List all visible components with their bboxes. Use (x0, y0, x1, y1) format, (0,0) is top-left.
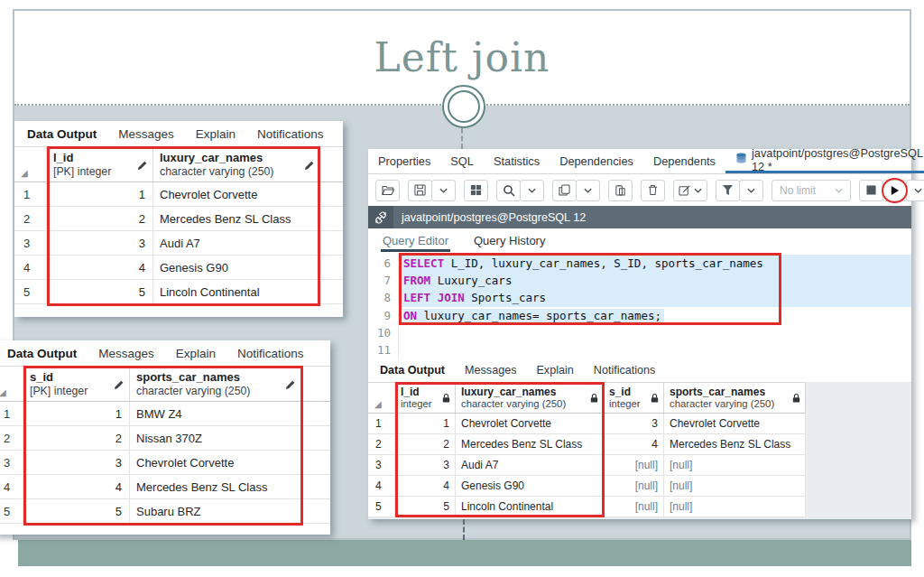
table-row[interactable]: 3 3 Audi A7 (14, 231, 343, 256)
corner-triangle-icon: ◢ (21, 169, 28, 178)
code-line: LEFT JOIN Sports_cars (399, 289, 911, 306)
delete-button[interactable] (641, 180, 665, 201)
circle-ornament (442, 85, 485, 128)
code-line (399, 341, 911, 358)
data-output-tab-bar: Data Output Messages Explain Notificatio… (14, 121, 343, 146)
data-output-tab-bar: Data Output Messages Explain Notificatio… (0, 340, 330, 366)
table-row[interactable]: 3 3 Audi A7 [null] [null] (368, 455, 806, 476)
database-icon (735, 153, 747, 167)
query-toolbar: No limit (368, 174, 911, 206)
tab-statistics[interactable]: Statistics (484, 149, 550, 173)
filter-button[interactable] (716, 180, 740, 201)
lock-icon (651, 391, 659, 407)
table-row[interactable]: 1 1 Chevrolet Corvette 3 Chevrolet Corve… (368, 414, 806, 434)
tab-notifications[interactable]: Notifications (594, 364, 656, 377)
cancel-query-button[interactable] (859, 180, 883, 201)
code-line: FROM Luxury_cars (399, 272, 911, 289)
column-header-l-id[interactable]: l_id integer (395, 383, 456, 413)
filter-menu-chevron[interactable] (739, 180, 763, 201)
tab-properties[interactable]: Properties (368, 149, 440, 173)
column-header-s-id[interactable]: s_id integer (604, 383, 664, 413)
pgadmin-query-tool-panel: Properties SQL Statistics Dependencies D… (368, 149, 911, 519)
table-header-row: ◢ s_id [PK] integer sports_car_names cha… (0, 366, 330, 402)
tab-sql[interactable]: SQL (440, 149, 484, 173)
tab-dependents[interactable]: Dependents (643, 149, 725, 173)
tab-explain[interactable]: Explain (536, 364, 573, 377)
tab-notifications[interactable]: Notifications (237, 347, 304, 360)
edit-menu-button[interactable] (673, 180, 707, 201)
column-header-luxury-car-names[interactable]: luxury_car_names character varying (250) (153, 147, 320, 181)
connection-status-bar: javatpoint/postgres@PostgreSQL 12 (368, 206, 911, 228)
find-button[interactable] (496, 180, 521, 201)
tab-data-output[interactable]: Data Output (27, 127, 97, 141)
find-menu-chevron[interactable] (520, 180, 544, 201)
table-row[interactable]: 1 1 Chevrolet Corvette (14, 182, 343, 207)
corner-triangle-icon: ◢ (374, 400, 382, 409)
tab-explain[interactable]: Explain (176, 347, 216, 360)
select-all-corner[interactable]: ◢ (14, 147, 47, 181)
column-header-s-id[interactable]: s_id [PK] integer (23, 367, 130, 401)
table-row[interactable]: 1 1 BMW Z4 (0, 402, 330, 426)
code-lines[interactable]: SELECT L_ID, luxury_car_names, S_ID, spo… (399, 253, 911, 358)
save-button[interactable] (408, 180, 432, 201)
tab-query-tool-connection[interactable]: javatpoint/postgres@PostgreSQL 12 * (725, 149, 924, 173)
tab-messages[interactable]: Messages (465, 364, 516, 377)
copy-menu-chevron[interactable] (576, 180, 600, 201)
connection-plug-icon[interactable] (368, 206, 393, 228)
connection-label: javatpoint/postgres@PostgreSQL 12 (402, 211, 586, 224)
column-header-sports-car-names[interactable]: sports_car_names character varying (250) (130, 367, 301, 401)
tab-messages[interactable]: Messages (118, 127, 174, 141)
column-header-luxury-car-names[interactable]: luxury_car_names character varying (250) (456, 383, 604, 413)
table-row[interactable]: 5 5 Subaru BRZ (0, 499, 330, 524)
tab-query-history[interactable]: Query History (474, 234, 545, 247)
table-row[interactable]: 5 5 Lincoln Continental (14, 280, 343, 304)
sql-editor[interactable]: 67 89 1011 SELECT L_ID, luxury_car_names… (368, 253, 911, 358)
editor-tab-bar: Query Editor Query History (368, 228, 911, 253)
select-all-corner[interactable]: ◢ (368, 383, 395, 413)
table-row[interactable]: 3 3 Chevrolet Corvette (0, 451, 330, 475)
paste-button[interactable] (608, 180, 633, 201)
tab-query-editor[interactable]: Query Editor (381, 230, 450, 252)
edit-pencil-icon[interactable] (285, 377, 295, 394)
tab-notifications[interactable]: Notifications (257, 127, 324, 141)
sports-cars-data-output-panel: Data Output Messages Explain Notificatio… (0, 340, 330, 535)
table-row[interactable]: 4 4 Genesis G90 [null] [null] (368, 476, 806, 497)
result-tab-bar: Data Output Messages Explain Notificatio… (368, 358, 911, 382)
open-file-button[interactable] (375, 180, 400, 201)
save-menu-chevron[interactable] (431, 180, 456, 201)
result-header-row: ◢ l_id integer luxury_car_names characte… (368, 382, 806, 414)
code-line: SELECT L_ID, luxury_car_names, S_ID, spo… (399, 255, 911, 272)
table-row[interactable]: 4 4 Mercedes Benz SL Class (0, 475, 330, 499)
table-header-row: ◢ l_id [PK] integer luxury_car_names cha… (14, 146, 343, 182)
line-number-gutter: 67 89 1011 (368, 253, 399, 358)
column-header-sports-car-names[interactable]: sports_car_names character varying (250) (664, 383, 806, 413)
copy-button[interactable] (552, 180, 577, 201)
tab-data-output[interactable]: Data Output (7, 347, 77, 360)
code-line (399, 324, 911, 341)
dashed-connector-bottom (463, 519, 465, 540)
execute-menu-chevron[interactable] (906, 180, 924, 201)
tab-dependencies[interactable]: Dependencies (550, 149, 643, 173)
edit-pencil-icon[interactable] (114, 377, 124, 394)
edit-pencil-icon[interactable] (137, 158, 147, 174)
edit-grid-button[interactable] (464, 180, 488, 201)
tab-messages[interactable]: Messages (98, 347, 154, 360)
pgadmin-tab-bar: Properties SQL Statistics Dependencies D… (368, 149, 911, 174)
table-row[interactable]: 2 2 Mercedes Benz SL Class 4 Mercedes Be… (368, 434, 806, 455)
corner-triangle-icon: ◢ (0, 388, 6, 397)
page-title: Left join (374, 34, 550, 80)
column-header-l-id[interactable]: l_id [PK] integer (47, 147, 153, 181)
select-all-corner[interactable]: ◢ (0, 367, 23, 401)
slide-canvas: Left join Data Output Messages Explain N… (0, 0, 924, 577)
edit-pencil-icon[interactable] (304, 158, 314, 174)
lock-icon (442, 391, 450, 407)
table-row[interactable]: 4 4 Genesis G90 (14, 256, 343, 280)
tab-data-output[interactable]: Data Output (380, 364, 445, 377)
table-row[interactable]: 5 5 Lincoln Continental [null] [null] (368, 497, 806, 517)
table-row[interactable]: 2 2 Mercedes Benz SL Class (14, 207, 343, 231)
table-row[interactable]: 2 2 Nissan 370Z (0, 426, 330, 451)
row-limit-select[interactable]: No limit (772, 180, 851, 201)
luxury-cars-data-output-panel: Data Output Messages Explain Notificatio… (14, 121, 343, 317)
tab-explain[interactable]: Explain (196, 127, 236, 141)
execute-query-button[interactable] (882, 180, 907, 201)
